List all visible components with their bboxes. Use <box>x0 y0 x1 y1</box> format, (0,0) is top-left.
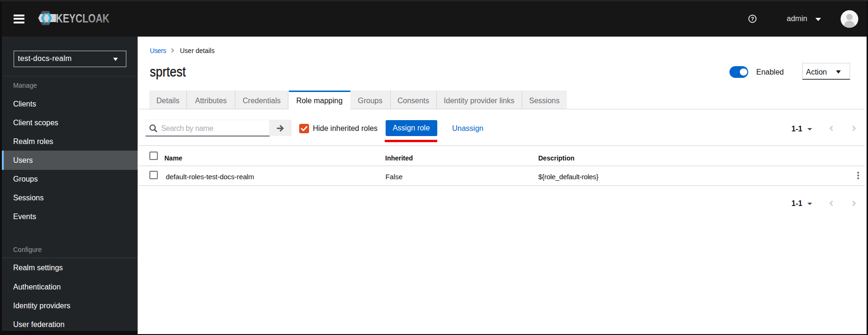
svg-text:?: ? <box>751 16 754 22</box>
svg-text:KEYCLOAK: KEYCLOAK <box>56 12 109 25</box>
